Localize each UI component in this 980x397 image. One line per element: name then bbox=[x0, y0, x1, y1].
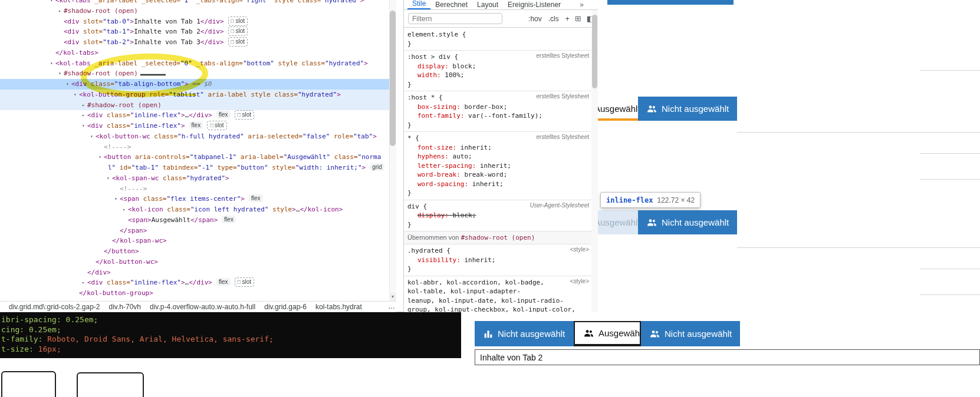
stylesheet-source-link[interactable]: <style> bbox=[565, 246, 589, 256]
dom-tree-row[interactable]: <span>Ausgewählt</span>flex bbox=[0, 215, 389, 226]
expand-arrow-icon[interactable]: ▸ bbox=[80, 110, 87, 121]
styles-scrollbar-thumb[interactable] bbox=[592, 15, 597, 88]
stylesheet-source-link[interactable]: User-Agent-Stylesheet bbox=[525, 202, 589, 211]
dom-tree-row[interactable]: ▸<div class="inline-flex">…</div>flexslo… bbox=[0, 110, 389, 121]
expand-arrow-icon[interactable]: ▾ bbox=[56, 68, 64, 79]
slot-badge[interactable]: slot bbox=[235, 277, 255, 287]
dom-tree-row[interactable]: ▾<kol-tabs _aria-label _selected="0" _ta… bbox=[0, 58, 389, 69]
dom-tree-row[interactable]: l" id="tab-1" tabindex="-1" type="button… bbox=[0, 163, 389, 173]
styles-filter-input[interactable] bbox=[408, 13, 502, 24]
tab-button-selected-clipped[interactable]: Ausgewählt bbox=[598, 97, 638, 121]
css-declaration[interactable]: word-break: break-word; bbox=[407, 170, 589, 180]
tab-button-selected[interactable]: Ausgewählt bbox=[574, 321, 641, 346]
dom-tree-row[interactable]: ▾<kol-tabs _aria-label _selected="1" _ta… bbox=[0, 0, 389, 6]
expand-arrow-icon[interactable]: ▸ bbox=[80, 277, 87, 288]
tab-button-not-selected[interactable]: Nicht ausgewählt bbox=[638, 97, 737, 121]
dom-tree-row[interactable]: ▾<kol-button-group role="tablist" aria-l… bbox=[0, 90, 389, 100]
breadcrumb-item[interactable]: kol-tabs.hydrat bbox=[315, 303, 362, 311]
dom-tree-row[interactable]: <div slot="tab-0">Inhalte von Tab 1</div… bbox=[0, 16, 389, 27]
tab-layout[interactable]: Layout bbox=[472, 1, 503, 9]
toggle-hover-state-button[interactable]: :hov bbox=[528, 15, 542, 23]
dom-tree-row[interactable]: <!----> bbox=[0, 184, 389, 194]
dom-tree-row[interactable]: ▸<kol-icon class="icon left hydrated" st… bbox=[0, 204, 389, 215]
dom-tree-row[interactable]: ▾<button aria-controls="tabpanel-1" aria… bbox=[0, 152, 389, 163]
css-declaration[interactable]: font-family: var(--font-family); bbox=[407, 111, 589, 121]
dom-tree-row[interactable]: </button> bbox=[0, 246, 389, 257]
dom-tree-row[interactable]: ▾<kol-span-wc class="hydrated"> bbox=[0, 173, 389, 184]
expand-arrow-icon[interactable]: ▾ bbox=[104, 173, 112, 184]
css-declaration[interactable]: width: 100%; bbox=[407, 71, 589, 80]
chevron-more-icon[interactable]: » bbox=[575, 1, 588, 9]
stylesheet-source-link[interactable]: erstelltes Stylesheet bbox=[532, 52, 590, 62]
flex-badge[interactable]: flex bbox=[189, 121, 203, 129]
css-declaration[interactable]: font-size: inherit; bbox=[407, 143, 589, 153]
expand-arrow-icon[interactable]: ▸ bbox=[56, 6, 64, 16]
tab-event-listeners[interactable]: Ereignis-Listener bbox=[503, 1, 565, 9]
dom-tree-row[interactable]: </kol-button-group> bbox=[0, 288, 389, 299]
expand-arrow-icon[interactable]: ▾ bbox=[96, 152, 104, 163]
slot-badge[interactable]: slot bbox=[228, 16, 248, 26]
dom-tree-row[interactable]: <div slot="tab-2">Inhalte von Tab 3</div… bbox=[0, 37, 389, 48]
dom-tree-row[interactable]: <div slot="tab-1">Inhalte von Tab 2</div… bbox=[0, 27, 389, 37]
breadcrumb-item[interactable]: div.h-70vh bbox=[109, 303, 141, 311]
dom-tree-row[interactable]: ▾<kol-button-wc class="h-full hydrated" … bbox=[0, 131, 389, 142]
dom-tree-row[interactable]: ▸#shadow-root (open) bbox=[0, 100, 389, 111]
dom-tree-row[interactable]: </span> bbox=[0, 226, 389, 236]
expand-arrow-icon[interactable]: ▾ bbox=[80, 121, 87, 131]
expand-arrow-icon[interactable]: ▾ bbox=[48, 58, 55, 69]
breadcrumb-item[interactable]: div.grid.md\:grid-cols-2.gap-2 bbox=[9, 303, 100, 311]
tab-computed[interactable]: Berechnet bbox=[430, 1, 472, 9]
tab-button-not-selected[interactable]: Nicht ausgewählt bbox=[638, 210, 737, 234]
css-declaration[interactable]: word-spacing: inherit; bbox=[407, 180, 589, 189]
expand-arrow-icon[interactable]: ▾ bbox=[48, 0, 55, 6]
expand-arrow-icon[interactable]: ▸ bbox=[80, 100, 87, 111]
css-declaration[interactable]: letter-spacing: inherit; bbox=[407, 161, 589, 171]
css-declaration[interactable]: display: block; bbox=[407, 62, 589, 71]
dom-tree-row[interactable]: </kol-span-wc> bbox=[0, 236, 389, 246]
grid-badge[interactable]: grid bbox=[370, 163, 384, 171]
breadcrumb-overflow[interactable]: … bbox=[388, 301, 395, 312]
shadow-root-link[interactable]: #shadow-root (open) bbox=[461, 234, 535, 241]
dom-tree-row[interactable]: ▾<span class="flex items-center">flex bbox=[0, 194, 389, 204]
scroll-down-arrow-icon[interactable]: ▼ bbox=[389, 293, 396, 301]
dom-tree-row[interactable]: </kol-button-wc> bbox=[0, 257, 389, 267]
css-declaration[interactable]: hyphens: auto; bbox=[407, 152, 589, 161]
dom-tree-row[interactable]: </div> bbox=[0, 267, 389, 278]
breadcrumb-item[interactable]: div.grid.gap-6 bbox=[264, 303, 307, 311]
css-declaration[interactable]: display: block; bbox=[407, 211, 589, 220]
page-button-partial[interactable] bbox=[77, 372, 144, 397]
new-style-rule-button[interactable]: + bbox=[565, 15, 570, 23]
expand-arrow-icon[interactable]: ▾ bbox=[71, 90, 79, 100]
flex-badge[interactable]: flex bbox=[249, 194, 263, 202]
expand-arrow-icon[interactable]: ▾ bbox=[112, 194, 120, 204]
registered-properties-icon[interactable]: ⊞ bbox=[575, 14, 581, 23]
expand-arrow-icon[interactable]: ▸ bbox=[120, 204, 128, 215]
page-button-partial[interactable] bbox=[1, 371, 56, 397]
dom-tree-row[interactable]: ▾<div class="tab-align-bottom"> == $0 bbox=[0, 79, 389, 90]
flex-badge[interactable]: flex bbox=[216, 111, 231, 118]
dom-tree-row[interactable]: </kol-tabs> bbox=[0, 48, 389, 58]
expand-arrow-icon[interactable]: ▾ bbox=[88, 131, 96, 142]
elements-scrollbar-thumb[interactable] bbox=[390, 11, 396, 146]
slot-badge[interactable]: slot bbox=[228, 27, 248, 36]
dom-tree-row[interactable]: ▾<div class="inline-flex">flexslot bbox=[0, 121, 389, 131]
css-declaration[interactable]: visibility: inherit; bbox=[407, 256, 589, 265]
slot-badge[interactable]: slot bbox=[228, 37, 248, 47]
tab-button-not-selected[interactable]: Nicht ausgewählt bbox=[641, 321, 740, 346]
stylesheet-source-link[interactable]: erstelltes Stylesheet bbox=[532, 134, 590, 143]
slot-badge[interactable]: slot bbox=[235, 110, 255, 120]
dom-tree-row[interactable]: ▸#shadow-root (open) bbox=[0, 6, 389, 16]
expand-arrow-icon[interactable]: ▾ bbox=[64, 79, 71, 90]
dom-tree-row[interactable]: <!----> bbox=[0, 142, 389, 153]
stylesheet-source-link[interactable]: <style> bbox=[565, 278, 589, 287]
flex-badge[interactable]: flex bbox=[222, 216, 236, 223]
breadcrumb-item[interactable]: div.p-4.overflow-auto.w-auto.h-full bbox=[150, 303, 255, 311]
tab-styles[interactable]: Stile bbox=[407, 0, 430, 9]
tab-button-selected-clipped[interactable]: Ausgewählt bbox=[598, 210, 638, 234]
flex-badge[interactable]: flex bbox=[216, 278, 231, 286]
dom-tree-row[interactable]: ▸<div class="inline-flex">…</div>flexslo… bbox=[0, 277, 389, 288]
toggle-class-button[interactable]: .cls bbox=[548, 15, 559, 23]
stylesheet-source-link[interactable]: erstelltes Stylesheet bbox=[532, 93, 590, 102]
tab-button-not-selected[interactable]: Nicht ausgewählt bbox=[475, 321, 574, 346]
css-declaration[interactable]: box-sizing: border-box; bbox=[407, 102, 589, 112]
